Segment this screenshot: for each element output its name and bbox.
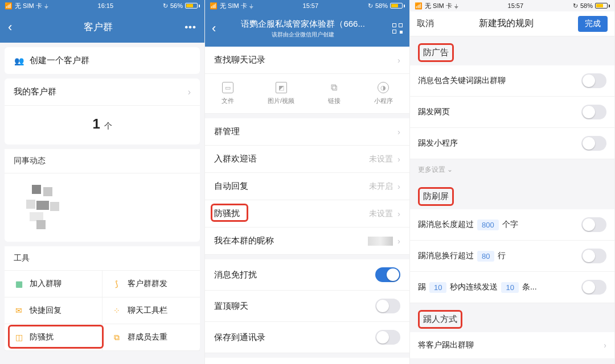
- page-title: 新建我的规则: [479, 18, 534, 30]
- chevron-right-icon: ›: [397, 154, 400, 164]
- toggle-keyword[interactable]: [581, 73, 606, 88]
- qr-icon[interactable]: [392, 23, 403, 34]
- shortcut-file[interactable]: ▭ 文件: [222, 82, 234, 105]
- row-save-contacts: 保存到通讯录: [205, 322, 409, 353]
- row-group-manage[interactable]: 群管理 ›: [205, 118, 409, 146]
- row-kick-webpage[interactable]: 踢发网页: [410, 97, 614, 128]
- row-kick-lines[interactable]: 踢消息换行超过 80 行: [410, 241, 614, 272]
- more-button[interactable]: •••: [184, 22, 196, 33]
- done-button[interactable]: 完成: [578, 16, 608, 32]
- tool-dedup-members[interactable]: ⧉ 群成员去重: [102, 324, 200, 351]
- image-icon: ◩: [276, 82, 287, 93]
- row-kick-burst[interactable]: 踢 10 秒内连续发送 10 条...: [410, 272, 614, 303]
- row-welcome-msg[interactable]: 入群欢迎语 未设置›: [205, 146, 409, 173]
- row-my-nickname[interactable]: 我在本群的昵称 ›: [205, 228, 409, 255]
- chevron-right-icon: ›: [397, 209, 400, 218]
- battery-icon: [185, 3, 200, 9]
- create-group-card[interactable]: 👥 创建一个客户群: [5, 47, 200, 74]
- nav-header: ‹ 语鹦企服私域管家体验群（666... 该群由企业微信用户创建: [205, 11, 409, 47]
- nav-header: ‹ 客户群 •••: [0, 11, 204, 43]
- row-kick-method[interactable]: 将客户踢出群聊 ›: [410, 332, 614, 358]
- phone-customer-groups: 📶 无 SIM 卡 ⏚ 16:15 ↻ 56% ‹ 客户群 ••• 👥 创建一个…: [0, 0, 205, 364]
- carrier-label: 无 SIM 卡: [220, 2, 247, 10]
- carrier-label: 无 SIM 卡: [425, 2, 452, 10]
- signal-icon: 📶: [5, 2, 13, 10]
- toggle-length[interactable]: [581, 217, 606, 232]
- section-anti-ad: 防广告: [418, 43, 454, 62]
- toggle-lines[interactable]: [581, 249, 606, 263]
- row-kick-miniprogram[interactable]: 踢发小程序: [410, 128, 614, 159]
- refresh-icon: ↻: [163, 2, 168, 10]
- signal-icon: 📶: [210, 2, 218, 10]
- blurred-avatar: [26, 185, 72, 230]
- row-anti-harass[interactable]: 防骚扰 未设置›: [205, 200, 409, 228]
- cancel-button[interactable]: 取消: [417, 18, 434, 29]
- page-title: 客户群: [84, 20, 113, 34]
- shield-icon: ◫: [14, 332, 24, 342]
- back-button[interactable]: ‹: [212, 21, 216, 36]
- miniprogram-icon: ◑: [378, 82, 389, 93]
- tool-group-broadcast[interactable]: ⟆ 客户群群发: [102, 271, 200, 297]
- toggle-pin[interactable]: [375, 299, 400, 313]
- status-bar: 📶 无 SIM 卡 ⏚ 15:57 ↻ 58%: [205, 0, 409, 11]
- rss-icon: ⟆: [112, 279, 122, 289]
- battery-icon: [595, 3, 610, 9]
- tools-section-title: 工具: [5, 246, 200, 271]
- row-kick-keyword[interactable]: 消息包含关键词踢出群聊: [410, 65, 614, 97]
- toggle-dnd[interactable]: [375, 267, 400, 282]
- group-subtitle: 该群由企业微信用户创建: [220, 31, 386, 39]
- tool-chat-toolbar[interactable]: ⁘ 聊天工具栏: [102, 297, 200, 324]
- colleague-section-title: 同事动态: [5, 149, 200, 173]
- chevron-right-icon: ›: [397, 181, 400, 191]
- chip-lines[interactable]: 80: [477, 251, 494, 262]
- more-settings-link[interactable]: 更多设置 ⌄: [410, 159, 614, 180]
- row-auto-reply[interactable]: 自动回复 未开启›: [205, 173, 409, 200]
- group-title: 语鹦企服私域管家体验群（666...: [220, 19, 386, 30]
- toggle-save[interactable]: [375, 330, 400, 345]
- back-button[interactable]: ‹: [8, 20, 12, 35]
- create-group-label: 创建一个客户群: [30, 55, 89, 66]
- folder-icon: ▭: [222, 82, 233, 93]
- chip-seconds[interactable]: 10: [429, 282, 446, 293]
- section-kick-mode: 踢人方式: [418, 310, 462, 329]
- clock: 16:15: [98, 2, 114, 9]
- refresh-icon: ↻: [573, 2, 578, 10]
- battery-pct: 58%: [375, 2, 388, 9]
- qr-icon: ▦: [14, 279, 24, 289]
- toggle-webpage[interactable]: [581, 105, 606, 119]
- chat-icon: ✉: [14, 305, 24, 316]
- chip-count[interactable]: 10: [501, 282, 518, 293]
- my-groups-label: 我的客户群: [14, 86, 56, 97]
- battery-pct: 56%: [170, 2, 183, 9]
- shortcut-link[interactable]: ⧉ 链接: [328, 82, 341, 105]
- clock: 15:57: [508, 2, 524, 9]
- nav-header: 取消 新建我的规则 完成: [410, 11, 614, 36]
- tool-quick-reply[interactable]: ✉ 快捷回复: [5, 297, 102, 324]
- wifi-icon: ⏚: [44, 2, 48, 9]
- row-search-history[interactable]: 查找聊天记录 ›: [205, 47, 409, 74]
- row-kick-length[interactable]: 踢消息长度超过 800 个字: [410, 209, 614, 241]
- battery-icon: [390, 3, 405, 9]
- toggle-miniprog[interactable]: [581, 136, 606, 151]
- battery-pct: 58%: [580, 2, 593, 9]
- shortcut-miniprogram[interactable]: ◑ 小程序: [374, 82, 393, 105]
- carrier-label: 无 SIM 卡: [15, 2, 42, 10]
- dedup-icon: ⧉: [112, 332, 122, 342]
- chevron-right-icon: ›: [397, 236, 400, 246]
- chip-length[interactable]: 800: [477, 220, 499, 230]
- tool-join-group[interactable]: ▦ 加入群聊: [5, 271, 102, 297]
- tool-anti-harass[interactable]: ◫ 防骚扰: [5, 324, 102, 351]
- shortcut-media[interactable]: ◩ 图片/视频: [268, 82, 294, 105]
- my-groups-card[interactable]: 我的客户群 › 1 个: [5, 78, 200, 144]
- blurred-nickname: [368, 237, 393, 246]
- chevron-down-icon: ⌄: [447, 166, 453, 173]
- toggle-burst[interactable]: [581, 280, 606, 295]
- grid-icon: ⁘: [112, 305, 122, 316]
- row-pin-chat: 置顶聊天: [205, 291, 409, 322]
- row-chat-background[interactable]: 设置当前聊天背景 ›: [205, 358, 409, 364]
- colleague-preview[interactable]: [9, 173, 195, 242]
- people-icon: 👥: [14, 56, 24, 66]
- group-count: 1 个: [5, 106, 200, 144]
- clock: 15:57: [303, 2, 319, 9]
- wifi-icon: ⏚: [454, 2, 458, 9]
